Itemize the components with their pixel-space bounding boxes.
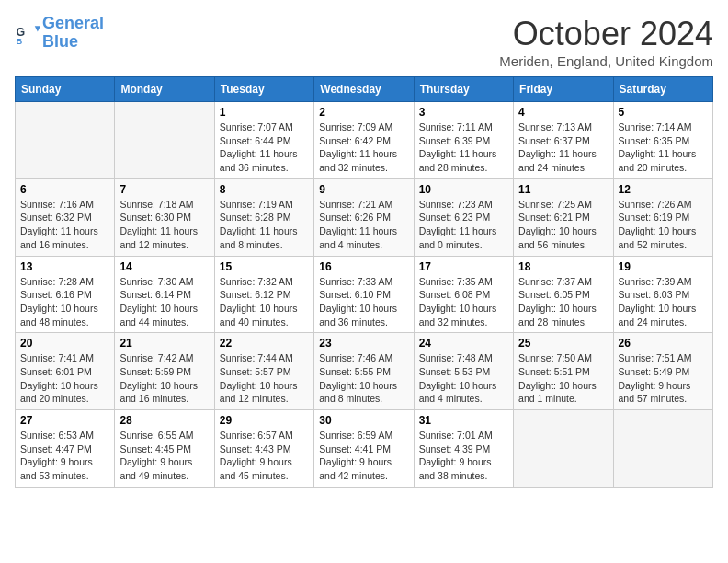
calendar-week-row: 1Sunrise: 7:07 AM Sunset: 6:44 PM Daylig… — [16, 102, 713, 179]
calendar-week-row: 13Sunrise: 7:28 AM Sunset: 6:16 PM Dayli… — [16, 256, 713, 333]
day-number: 29 — [220, 414, 309, 427]
calendar-week-row: 27Sunrise: 6:53 AM Sunset: 4:47 PM Dayli… — [16, 410, 713, 488]
day-number: 9 — [319, 183, 408, 196]
day-number: 31 — [419, 414, 508, 427]
calendar-cell — [16, 102, 115, 179]
day-number: 22 — [220, 337, 309, 350]
day-detail: Sunrise: 6:55 AM Sunset: 4:45 PM Dayligh… — [119, 429, 209, 483]
calendar-cell: 23Sunrise: 7:46 AM Sunset: 5:55 PM Dayli… — [314, 333, 414, 410]
day-detail: Sunrise: 6:53 AM Sunset: 4:47 PM Dayligh… — [20, 429, 109, 483]
calendar-cell: 11Sunrise: 7:25 AM Sunset: 6:21 PM Dayli… — [514, 178, 613, 256]
calendar-cell — [613, 410, 712, 488]
calendar-cell: 16Sunrise: 7:33 AM Sunset: 6:10 PM Dayli… — [314, 256, 414, 333]
day-detail: Sunrise: 7:44 AM Sunset: 5:57 PM Dayligh… — [220, 351, 309, 406]
title-block: October 2024 Meriden, England, United Ki… — [499, 15, 713, 69]
calendar-cell: 17Sunrise: 7:35 AM Sunset: 6:08 PM Dayli… — [414, 256, 513, 333]
calendar-cell: 18Sunrise: 7:37 AM Sunset: 6:05 PM Dayli… — [514, 256, 613, 333]
logo: G B General Blue — [15, 15, 104, 52]
month-title: October 2024 — [499, 15, 713, 53]
day-detail: Sunrise: 7:01 AM Sunset: 4:39 PM Dayligh… — [419, 429, 508, 483]
day-detail: Sunrise: 7:21 AM Sunset: 6:26 PM Dayligh… — [319, 198, 408, 252]
day-detail: Sunrise: 7:25 AM Sunset: 6:21 PM Dayligh… — [518, 198, 608, 252]
calendar-cell: 26Sunrise: 7:51 AM Sunset: 5:49 PM Dayli… — [613, 333, 712, 410]
day-detail: Sunrise: 7:28 AM Sunset: 6:16 PM Dayligh… — [20, 275, 109, 329]
day-number: 13 — [20, 260, 109, 273]
header: G B General Blue October 2024 Meriden, E… — [15, 15, 713, 69]
day-number: 21 — [119, 337, 209, 350]
day-detail: Sunrise: 7:32 AM Sunset: 6:12 PM Dayligh… — [220, 275, 309, 329]
day-number: 11 — [518, 183, 608, 196]
day-detail: Sunrise: 7:07 AM Sunset: 6:44 PM Dayligh… — [220, 121, 309, 175]
weekday-header-friday: Friday — [514, 77, 613, 102]
calendar-cell: 30Sunrise: 6:59 AM Sunset: 4:41 PM Dayli… — [314, 410, 414, 488]
day-number: 17 — [419, 260, 508, 273]
day-detail: Sunrise: 7:13 AM Sunset: 6:37 PM Dayligh… — [518, 121, 608, 175]
calendar-cell: 3Sunrise: 7:11 AM Sunset: 6:39 PM Daylig… — [414, 102, 513, 179]
day-detail: Sunrise: 7:39 AM Sunset: 6:03 PM Dayligh… — [619, 275, 708, 329]
weekday-header-tuesday: Tuesday — [214, 77, 313, 102]
day-detail: Sunrise: 6:57 AM Sunset: 4:43 PM Dayligh… — [220, 429, 309, 483]
day-number: 14 — [119, 260, 209, 273]
day-number: 30 — [319, 414, 408, 427]
day-detail: Sunrise: 7:51 AM Sunset: 5:49 PM Dayligh… — [619, 351, 708, 406]
day-detail: Sunrise: 7:18 AM Sunset: 6:30 PM Dayligh… — [119, 198, 209, 252]
weekday-header-thursday: Thursday — [414, 77, 513, 102]
weekday-header-wednesday: Wednesday — [314, 77, 414, 102]
day-detail: Sunrise: 7:35 AM Sunset: 6:08 PM Dayligh… — [419, 275, 508, 329]
weekday-header-row: SundayMondayTuesdayWednesdayThursdayFrid… — [16, 77, 713, 102]
day-number: 10 — [419, 183, 508, 196]
day-detail: Sunrise: 7:23 AM Sunset: 6:23 PM Dayligh… — [419, 198, 508, 252]
day-number: 19 — [619, 260, 708, 273]
day-detail: Sunrise: 7:19 AM Sunset: 6:28 PM Dayligh… — [220, 198, 309, 252]
calendar-cell: 20Sunrise: 7:41 AM Sunset: 6:01 PM Dayli… — [16, 333, 115, 410]
day-detail: Sunrise: 7:11 AM Sunset: 6:39 PM Dayligh… — [419, 121, 508, 175]
day-number: 6 — [20, 183, 109, 196]
weekday-header-sunday: Sunday — [16, 77, 115, 102]
logo-text-blue: Blue — [42, 33, 104, 52]
calendar-cell: 10Sunrise: 7:23 AM Sunset: 6:23 PM Dayli… — [414, 178, 513, 256]
day-number: 8 — [220, 183, 309, 196]
calendar-cell: 2Sunrise: 7:09 AM Sunset: 6:42 PM Daylig… — [314, 102, 414, 179]
day-detail: Sunrise: 7:42 AM Sunset: 5:59 PM Dayligh… — [119, 351, 209, 406]
day-number: 23 — [319, 337, 408, 350]
day-number: 12 — [619, 183, 708, 196]
day-number: 15 — [220, 260, 309, 273]
day-number: 28 — [119, 414, 209, 427]
day-detail: Sunrise: 7:16 AM Sunset: 6:32 PM Dayligh… — [20, 198, 109, 252]
calendar-cell: 14Sunrise: 7:30 AM Sunset: 6:14 PM Dayli… — [115, 256, 214, 333]
day-number: 16 — [319, 260, 408, 273]
calendar-cell: 15Sunrise: 7:32 AM Sunset: 6:12 PM Dayli… — [214, 256, 313, 333]
calendar-cell: 5Sunrise: 7:14 AM Sunset: 6:35 PM Daylig… — [613, 102, 712, 179]
calendar-cell: 28Sunrise: 6:55 AM Sunset: 4:45 PM Dayli… — [115, 410, 214, 488]
calendar-cell: 9Sunrise: 7:21 AM Sunset: 6:26 PM Daylig… — [314, 178, 414, 256]
calendar-cell: 21Sunrise: 7:42 AM Sunset: 5:59 PM Dayli… — [115, 333, 214, 410]
day-number: 20 — [20, 337, 109, 350]
day-number: 4 — [518, 106, 608, 119]
location-subtitle: Meriden, England, United Kingdom — [499, 53, 713, 69]
calendar-cell — [115, 102, 214, 179]
day-detail: Sunrise: 7:41 AM Sunset: 6:01 PM Dayligh… — [20, 351, 109, 406]
calendar-cell: 29Sunrise: 6:57 AM Sunset: 4:43 PM Dayli… — [214, 410, 313, 488]
calendar-cell: 27Sunrise: 6:53 AM Sunset: 4:47 PM Dayli… — [16, 410, 115, 488]
day-detail: Sunrise: 7:50 AM Sunset: 5:51 PM Dayligh… — [518, 351, 608, 406]
calendar-cell: 22Sunrise: 7:44 AM Sunset: 5:57 PM Dayli… — [214, 333, 313, 410]
calendar-table: SundayMondayTuesdayWednesdayThursdayFrid… — [15, 76, 713, 488]
day-number: 26 — [619, 337, 708, 350]
day-number: 1 — [220, 106, 309, 119]
calendar-cell: 31Sunrise: 7:01 AM Sunset: 4:39 PM Dayli… — [414, 410, 513, 488]
calendar-cell: 24Sunrise: 7:48 AM Sunset: 5:53 PM Dayli… — [414, 333, 513, 410]
day-number: 27 — [20, 414, 109, 427]
day-number: 3 — [419, 106, 508, 119]
day-number: 18 — [518, 260, 608, 273]
weekday-header-monday: Monday — [115, 77, 214, 102]
calendar-week-row: 20Sunrise: 7:41 AM Sunset: 6:01 PM Dayli… — [16, 333, 713, 410]
logo-icon: G B — [15, 20, 40, 46]
calendar-cell: 1Sunrise: 7:07 AM Sunset: 6:44 PM Daylig… — [214, 102, 313, 179]
calendar-body: 1Sunrise: 7:07 AM Sunset: 6:44 PM Daylig… — [16, 102, 713, 488]
calendar-cell: 12Sunrise: 7:26 AM Sunset: 6:19 PM Dayli… — [613, 178, 712, 256]
svg-text:B: B — [17, 37, 23, 46]
weekday-header-saturday: Saturday — [613, 77, 712, 102]
day-detail: Sunrise: 7:09 AM Sunset: 6:42 PM Dayligh… — [319, 121, 408, 175]
calendar-cell — [514, 410, 613, 488]
day-detail: Sunrise: 7:26 AM Sunset: 6:19 PM Dayligh… — [619, 198, 708, 252]
